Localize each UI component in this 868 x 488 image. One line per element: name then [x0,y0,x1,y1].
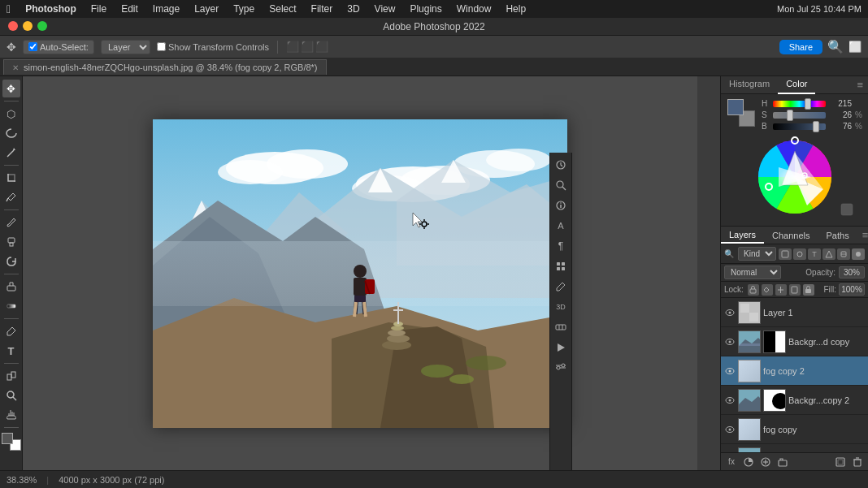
icon-search[interactable] [552,176,570,194]
app-name-menu[interactable]: Photoshop [19,2,83,16]
transform-checkbox[interactable] [157,42,166,51]
color-panel-menu[interactable]: ≡ [852,76,868,93]
filter-smartobj[interactable] [837,248,850,260]
icon-3d[interactable]: 3D [552,298,570,316]
tool-pen[interactable] [2,322,20,340]
color-swatches[interactable] [2,433,21,451]
tool-eraser[interactable] [2,278,20,296]
layer-mask-btn[interactable] [741,456,756,469]
blend-mode-select[interactable]: Normal Multiply Screen [724,266,781,279]
lock-all-icon[interactable] [803,284,814,296]
saturation-slider-thumb[interactable] [787,110,793,121]
align-center-icon[interactable]: ⬛ [301,41,314,53]
workspace-icon[interactable]: ⬜ [848,41,861,53]
hue-slider-track[interactable] [773,101,826,107]
tab-color[interactable]: Color [778,76,815,94]
layer-new-btn[interactable] [833,456,848,469]
maximize-button[interactable] [37,21,47,31]
layers-panel-menu[interactable]: ≡ [857,227,868,244]
tool-history-brush[interactable] [2,253,20,270]
brightness-slider-thumb[interactable] [813,121,819,132]
menu-edit[interactable]: Edit [115,2,145,16]
menu-filter[interactable]: Filter [305,2,340,16]
opacity-value[interactable]: 30% [839,266,865,279]
layer-delete-btn[interactable] [850,456,865,469]
tool-lasso[interactable] [2,124,20,142]
icon-adjustments[interactable] [552,359,570,377]
layer-item-bgcopy2[interactable]: Backgr...copy 2 [721,386,868,415]
apple-icon[interactable]:  [7,2,11,15]
icon-history[interactable] [552,156,570,174]
layer-visibility-bgcopy[interactable] [724,336,736,348]
tool-eyedropper[interactable] [2,188,20,206]
menu-help[interactable]: Help [499,2,532,16]
tool-type[interactable]: T [2,342,20,360]
tab-layers[interactable]: Layers [721,227,764,244]
layer-adjustment-btn[interactable] [758,456,773,469]
menu-select[interactable]: Select [263,2,302,16]
tab-paths[interactable]: Paths [818,228,857,243]
menu-file[interactable]: File [85,2,113,16]
layer-group-btn[interactable] [775,456,790,469]
layer-visibility-fogcopy2[interactable] [724,365,736,377]
tool-gradient[interactable] [2,297,20,315]
tool-hand[interactable] [2,406,20,424]
icon-timeline[interactable] [552,318,570,336]
foreground-color-swatch[interactable] [727,99,744,115]
share-button[interactable]: Share [779,40,822,54]
minimize-button[interactable] [23,21,33,31]
menu-type[interactable]: Type [227,2,261,16]
icon-info[interactable] [552,196,570,214]
layer-visibility-fogcopy[interactable] [724,424,736,435]
menu-plugins[interactable]: Plugins [403,2,448,16]
tool-crop[interactable] [2,169,20,187]
layer-item-bgcopy3[interactable]: Backgr...copy 3 [721,444,868,452]
icon-paragraph[interactable]: ¶ [552,237,570,255]
color-wheel[interactable] [754,136,835,218]
menu-view[interactable]: View [368,2,402,16]
layer-item-bgcopy[interactable]: Backgr...d copy [721,327,868,356]
lock-transparent-icon[interactable] [748,284,759,296]
layer-visibility-bgcopy2[interactable] [724,395,736,406]
icon-styles[interactable] [552,257,570,275]
icon-brush-settings[interactable] [552,278,570,296]
canvas-area[interactable] [23,76,697,470]
kind-filter-select[interactable]: Kind [738,247,776,261]
layer-select[interactable]: Layer Group [101,40,150,54]
tab-histogram[interactable]: Histogram [721,76,778,93]
filter-type[interactable]: T [808,248,821,260]
layer-fx-btn[interactable]: fx [724,456,739,469]
close-button[interactable] [8,21,18,31]
icon-actions[interactable] [552,339,570,356]
menu-3d[interactable]: 3D [341,2,366,16]
layer-visibility-layer1[interactable] [724,307,736,318]
layer-item-layer1[interactable]: Layer 1 [721,298,868,327]
filter-pixel[interactable] [779,248,792,260]
auto-select-checkbox[interactable] [28,42,37,51]
icon-character[interactable]: A [552,217,570,235]
lock-pixels-icon[interactable] [762,284,773,296]
hue-slider-thumb[interactable] [805,98,811,110]
fg-bg-swatches[interactable] [727,99,755,127]
foreground-swatch[interactable] [2,433,13,444]
saturation-slider-track[interactable] [773,112,826,119]
search-icon[interactable]: 🔍 [827,39,844,54]
fill-value[interactable]: 100% [839,283,865,296]
lock-position-icon[interactable] [775,284,787,296]
menu-layer[interactable]: Layer [188,2,225,16]
tool-stamp[interactable] [2,233,20,251]
lock-artboard-icon[interactable] [789,284,801,296]
tool-magic-wand[interactable] [2,144,20,162]
menu-image[interactable]: Image [146,2,186,16]
auto-select-toggle[interactable]: Auto-Select: [23,40,94,54]
tool-select-rect[interactable]: ⬡ [2,105,20,123]
filter-active[interactable] [852,248,865,260]
tool-move[interactable]: ✥ [2,80,20,97]
filter-shape[interactable] [822,248,835,260]
tab-channels[interactable]: Channels [764,228,818,243]
color-panel-options[interactable] [840,203,853,216]
tool-zoom[interactable] [2,387,20,404]
tool-shape[interactable] [2,367,20,385]
menu-window[interactable]: Window [450,2,498,16]
tool-brush[interactable] [2,214,20,231]
